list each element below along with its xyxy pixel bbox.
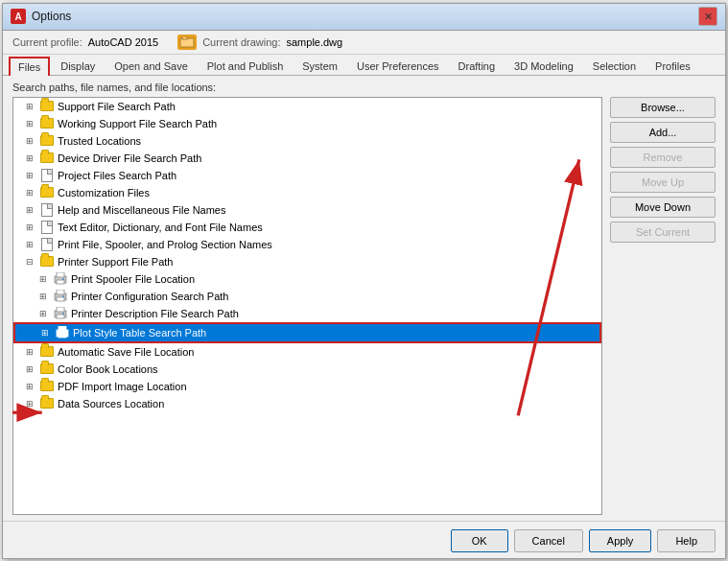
tree-item-print-spooler[interactable]: ⊞ Print Spooler File Location — [13, 270, 601, 288]
svg-rect-15 — [59, 326, 66, 331]
svg-rect-3 — [57, 272, 64, 277]
svg-rect-16 — [59, 334, 66, 338]
tree-label: Project Files Search Path — [58, 170, 176, 181]
content-area: Search paths, file names, and file locat… — [3, 76, 725, 521]
tree-item-support-file-search-path[interactable]: ⊞ Support File Search Path — [13, 98, 601, 115]
profile-bar: Current profile: AutoCAD 2015 Current dr… — [3, 31, 725, 55]
expand-icon[interactable]: ⊞ — [23, 238, 36, 251]
expand-icon[interactable]: ⊞ — [23, 203, 36, 217]
tree-item-plot-style-table[interactable]: ⊞ Plot Style Table Search Path — [13, 322, 601, 343]
tab-drafting[interactable]: Drafting — [450, 57, 505, 75]
tree-item-text-editor[interactable]: ⊞ Text Editor, Dictionary, and Font File… — [13, 219, 601, 236]
side-buttons-panel: Browse... Add... Remove Move Up Move Dow… — [610, 97, 716, 515]
folder-icon — [39, 152, 55, 165]
expand-icon[interactable]: ⊞ — [23, 397, 36, 410]
tree-item-help-misc[interactable]: ⊞ Help and Miscellaneous File Names — [13, 201, 601, 219]
expand-icon[interactable]: ⊞ — [23, 186, 36, 199]
expand-icon[interactable]: ⊞ — [36, 272, 50, 286]
tree-label: Printer Configuration Search Path — [71, 291, 228, 302]
tab-system[interactable]: System — [294, 57, 346, 75]
tree-label: Working Support File Search Path — [58, 118, 217, 129]
expand-icon[interactable]: ⊞ — [23, 221, 36, 234]
tree-label: Support File Search Path — [58, 101, 176, 112]
tree-panel[interactable]: ⊞ Support File Search Path ⊞ Working Sup… — [12, 97, 602, 515]
tree-item-device-driver[interactable]: ⊞ Device Driver File Search Path — [13, 150, 601, 167]
folder-icon — [39, 255, 55, 269]
svg-point-13 — [62, 313, 64, 315]
tree-item-project-files[interactable]: ⊞ Project Files Search Path — [13, 167, 601, 184]
printer-icon — [53, 272, 68, 286]
folder-icon — [39, 362, 55, 376]
svg-rect-4 — [57, 280, 64, 284]
tab-files[interactable]: Files — [9, 57, 50, 76]
tab-open-and-save[interactable]: Open and Save — [106, 57, 196, 75]
main-panel: ⊞ Support File Search Path ⊞ Working Sup… — [12, 97, 716, 515]
tree-item-color-book[interactable]: ⊞ Color Book Locations — [13, 361, 601, 378]
tab-profiles[interactable]: Profiles — [646, 57, 699, 75]
move-up-button[interactable]: Move Up — [610, 172, 716, 193]
bottom-bar: OK Cancel Apply Help — [3, 521, 725, 558]
doc-icon — [39, 169, 55, 182]
tree-item-printer-support[interactable]: ⊟ Printer Support File Path — [13, 253, 601, 270]
tab-display[interactable]: Display — [52, 57, 104, 75]
ok-button[interactable]: OK — [451, 529, 508, 552]
current-profile-label: Current profile: — [12, 36, 82, 48]
tree-item-print-file[interactable]: ⊞ Print File, Spooler, and Prolog Sectio… — [13, 236, 601, 253]
current-profile-value: AutoCAD 2015 — [88, 36, 158, 48]
doc-icon — [39, 221, 55, 234]
tree-item-printer-desc[interactable]: ⊞ Printer Description File Search Path — [13, 305, 601, 322]
help-button[interactable]: Help — [657, 529, 716, 552]
tree-label: PDF Import Image Location — [58, 381, 187, 392]
tree-item-trusted-locations[interactable]: ⊞ Trusted Locations — [13, 132, 601, 150]
tree-label: Data Sources Location — [58, 398, 164, 409]
tree-item-working-support[interactable]: ⊞ Working Support File Search Path — [13, 115, 601, 132]
expand-icon[interactable]: ⊞ — [23, 117, 36, 130]
expand-icon[interactable]: ⊞ — [23, 100, 36, 113]
folder-icon — [39, 345, 55, 359]
drawing-icon — [177, 35, 197, 50]
tree-label: Printer Description File Search Path — [71, 308, 239, 319]
svg-rect-1 — [182, 36, 187, 39]
tab-plot-and-publish[interactable]: Plot and Publish — [199, 57, 293, 75]
move-down-button[interactable]: Move Down — [610, 197, 716, 218]
add-button[interactable]: Add... — [610, 122, 716, 143]
folder-icon — [39, 186, 55, 199]
expand-icon[interactable]: ⊞ — [23, 380, 36, 393]
expand-icon[interactable]: ⊞ — [23, 134, 36, 148]
svg-point-17 — [64, 332, 66, 334]
close-button[interactable]: ✕ — [698, 7, 717, 26]
expand-icon[interactable]: ⊞ — [23, 345, 36, 359]
expand-icon[interactable]: ⊞ — [36, 290, 50, 303]
tree-label: Device Driver File Search Path — [58, 152, 201, 164]
svg-rect-11 — [57, 307, 64, 312]
current-drawing-value: sample.dwg — [286, 36, 342, 48]
section-label: Search paths, file names, and file locat… — [12, 82, 716, 93]
tree-item-customization[interactable]: ⊞ Customization Files — [13, 184, 601, 201]
expand-icon[interactable]: ⊞ — [36, 307, 50, 320]
browse-button[interactable]: Browse... — [610, 97, 716, 118]
expand-icon[interactable]: ⊞ — [38, 326, 52, 339]
tree-item-auto-save[interactable]: ⊞ Automatic Save File Location — [13, 343, 601, 361]
expand-icon[interactable]: ⊞ — [23, 169, 36, 182]
remove-button[interactable]: Remove — [610, 147, 716, 168]
set-current-button[interactable]: Set Current — [610, 222, 716, 243]
expand-icon[interactable]: ⊞ — [23, 152, 36, 165]
svg-point-5 — [62, 278, 64, 280]
svg-rect-7 — [57, 290, 64, 294]
expand-icon[interactable]: ⊞ — [23, 362, 36, 376]
svg-point-9 — [62, 295, 64, 297]
folder-icon — [39, 100, 55, 113]
tab-selection[interactable]: Selection — [584, 57, 645, 75]
folder-icon — [39, 380, 55, 393]
tab-3d-modeling[interactable]: 3D Modeling — [505, 57, 582, 75]
cancel-button[interactable]: Cancel — [514, 529, 583, 552]
app-icon: A — [11, 9, 26, 24]
current-drawing-label: Current drawing: — [202, 36, 280, 48]
tree-label: Automatic Save File Location — [58, 346, 194, 358]
expand-icon[interactable]: ⊟ — [23, 255, 36, 269]
tree-item-data-sources[interactable]: ⊞ Data Sources Location — [13, 395, 601, 412]
tree-item-pdf-import[interactable]: ⊞ PDF Import Image Location — [13, 378, 601, 395]
tab-user-preferences[interactable]: User Preferences — [348, 57, 448, 75]
tree-item-printer-config[interactable]: ⊞ Printer Configuration Search Path — [13, 288, 601, 305]
apply-button[interactable]: Apply — [589, 529, 652, 552]
